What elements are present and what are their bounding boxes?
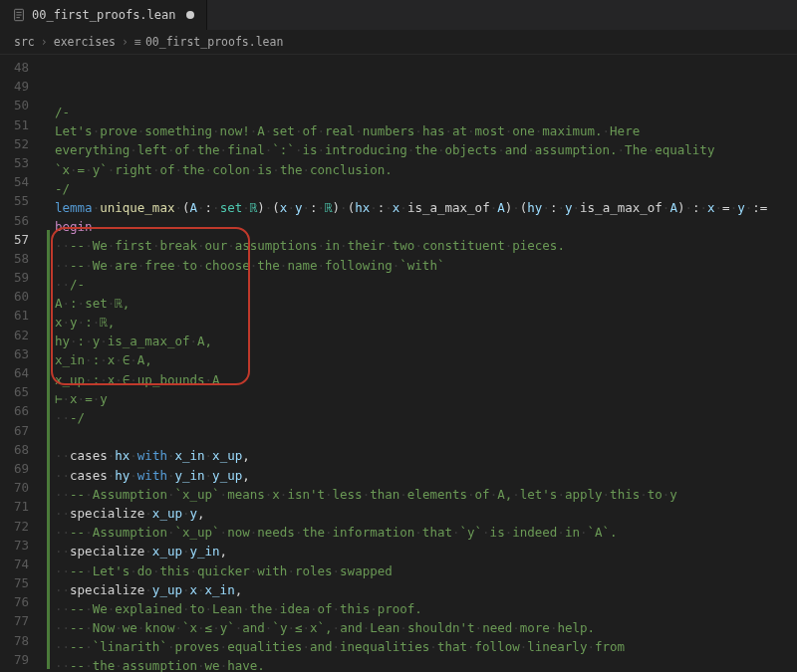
code-line[interactable]: ··--·Assumption·`x_up`·means·x·isn't·les… [47,485,797,504]
line-number: 52 [0,134,29,153]
line-number: 49 [0,77,29,96]
breadcrumb: src › exercises › ≡00_first_proofs.lean [0,30,797,54]
line-number: 74 [0,555,29,573]
line-number: 65 [0,382,29,401]
code-line[interactable]: ··--·Assumption·`x_up`·now·needs·the·inf… [47,523,797,542]
code-line[interactable]: Let's·prove·something·now!·A·set·of·real… [47,121,797,140]
line-number: 53 [0,153,29,172]
tab-file[interactable]: 00_first_proofs.lean [0,0,207,30]
code-line[interactable]: ··cases·hx·with·x_in·x_up, [47,446,797,465]
line-number: 66 [0,401,29,420]
file-icon: ≡ [134,35,141,49]
line-number: 75 [0,573,29,592]
line-number: 48 [0,58,29,77]
breadcrumb-item[interactable]: src [14,35,35,49]
line-number: 54 [0,172,29,191]
code-line[interactable]: x_up·:·x·∈·up_bounds·A [47,370,797,389]
breadcrumb-item[interactable]: exercises [54,35,116,49]
tab-label: 00_first_proofs.lean [32,8,176,22]
code-line[interactable]: ⊢·x·=·y [47,389,797,408]
line-number: 68 [0,440,29,459]
code-line[interactable]: ··specialize·y_up·x·x_in, [47,580,797,599]
code-line[interactable]: ··/- [47,275,797,294]
code-line[interactable]: /- [47,103,797,121]
line-number: 56 [0,211,29,230]
line-number: 59 [0,268,29,287]
chevron-right-icon: › [122,35,129,49]
line-number: 51 [0,115,29,134]
line-number: 63 [0,344,29,363]
line-number: 62 [0,326,29,344]
dirty-indicator-icon [186,11,194,19]
code-line[interactable]: -/ [47,179,797,198]
code-line[interactable]: everything·left·of·the·final·`:`·is·intr… [47,140,797,159]
line-number: 67 [0,421,29,440]
code-line[interactable]: ··--·`linarith`·proves·equalities·and·in… [47,637,797,656]
breadcrumb-item[interactable]: ≡00_first_proofs.lean [134,35,283,49]
chevron-right-icon: › [41,35,48,49]
code-line[interactable]: ··cases·hy·with·y_in·y_up, [47,466,797,485]
code-line[interactable]: ··specialize·x_up·y_in, [47,542,797,560]
line-number: 57 [0,230,29,249]
code-line[interactable]: ··--·We·are·free·to·choose·the·name·foll… [47,256,797,275]
breadcrumb-label: 00_first_proofs.lean [145,35,283,49]
code-line[interactable]: ··specialize·x_up·y, [47,504,797,523]
code-line[interactable]: ··--·Now·we·know·`x·≤·y`·and·`y·≤·x`,·an… [47,618,797,637]
editor[interactable]: 4849505152535455565758596061626364656667… [0,54,797,672]
code-line[interactable] [47,427,797,446]
code-line[interactable]: hy·:·y·is_a_max_of·A, [47,332,797,350]
line-number: 72 [0,517,29,536]
git-change-bar [47,230,50,670]
line-number-gutter: 4849505152535455565758596061626364656667… [0,54,45,672]
code-line[interactable]: x_in·:·x·∈·A, [47,350,797,369]
line-number: 79 [0,650,29,669]
line-number: 70 [0,478,29,497]
line-number: 71 [0,497,29,516]
line-number: 60 [0,287,29,306]
line-number: 77 [0,611,29,630]
line-number: 64 [0,363,29,382]
code-line[interactable]: ··--·the·assumption·we·have. [47,656,797,672]
line-number: 50 [0,96,29,114]
code-area[interactable]: /-Let's·prove·something·now!·A·set·of·re… [45,54,797,672]
line-number: 76 [0,592,29,611]
code-line[interactable]: A·:·set·ℝ, [47,294,797,313]
line-number: 55 [0,191,29,210]
tab-bar: 00_first_proofs.lean [0,0,797,30]
code-line[interactable]: ··--·Let's·do·this·quicker·with·roles·sw… [47,561,797,580]
code-line[interactable]: ··--·We·explained·to·Lean·the·idea·of·th… [47,599,797,618]
code-line[interactable]: `x·=·y`·right·of·the·colon·is·the·conclu… [47,160,797,179]
file-icon [12,8,26,22]
line-number: 78 [0,631,29,650]
code-line[interactable]: ··-/ [47,408,797,427]
code-line[interactable]: x·y·:·ℝ, [47,313,797,332]
line-number: 61 [0,306,29,325]
line-number: 58 [0,249,29,268]
line-number: 73 [0,536,29,555]
code-line[interactable]: lemma·unique_max·(A·:·set·ℝ)·(x·y·:·ℝ)·(… [47,198,797,217]
code-line[interactable]: ··--·We·first·break·our·assumptions·in·t… [47,236,797,255]
code-line[interactable]: begin [47,217,797,236]
line-number: 69 [0,459,29,478]
